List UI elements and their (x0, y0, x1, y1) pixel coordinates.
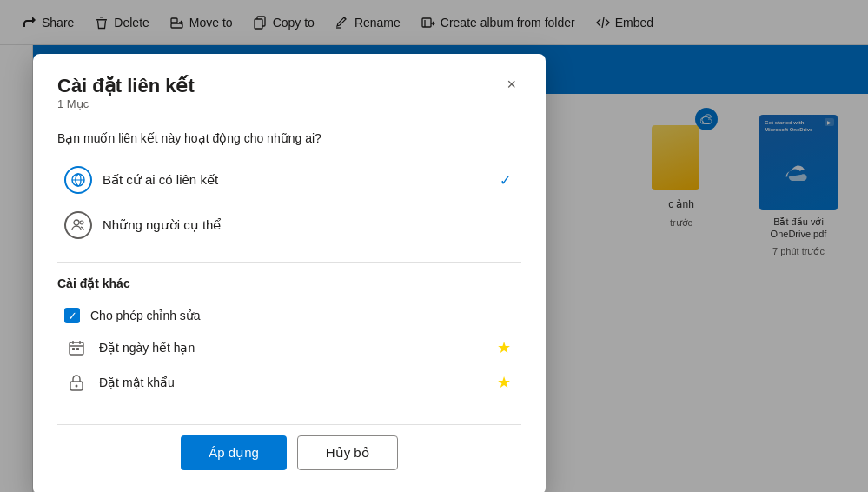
specific-people-option[interactable]: Những người cụ thể (57, 203, 521, 248)
dialog-close-button[interactable]: × (501, 75, 521, 94)
allow-editing-label: Cho phép chỉnh sửa (90, 309, 201, 322)
dialog-header: Cài đặt liên kết 1 Mục × (57, 75, 521, 128)
lock-icon (64, 374, 89, 391)
dialog-footer: Áp dụng Hủy bỏ (57, 424, 521, 470)
allow-editing-checkbox[interactable]: ✓ (64, 308, 80, 323)
specific-people-label: Những người cụ thể (103, 217, 221, 233)
anyone-option-label: Bất cứ ai có liên kết (103, 172, 218, 188)
other-settings-title: Cài đặt khác (57, 276, 521, 290)
cancel-button[interactable]: Hủy bỏ (297, 435, 398, 470)
expiry-star-icon: ★ (497, 338, 511, 357)
expiry-label: Đặt ngày hết hạn (99, 341, 195, 355)
password-star-icon: ★ (497, 373, 511, 392)
allow-editing-row[interactable]: ✓ Cho phép chỉnh sửa (57, 301, 521, 330)
calendar-icon (64, 339, 89, 356)
svg-point-9 (74, 220, 79, 225)
set-expiry-row[interactable]: Đặt ngày hết hạn ★ (57, 330, 521, 365)
svg-rect-13 (76, 348, 79, 350)
dialog-title: Cài đặt liên kết (57, 75, 195, 97)
password-label: Đặt mật khẩu (99, 376, 175, 389)
anyone-with-link-option[interactable]: Bất cứ ai có liên kết ✓ (57, 157, 521, 203)
selected-check-icon: ✓ (500, 172, 511, 189)
dialog-subtitle: 1 Mục (57, 97, 195, 110)
link-settings-dialog: Cài đặt liên kết 1 Mục × Bạn muốn liên k… (33, 54, 546, 492)
svg-point-10 (80, 221, 83, 224)
divider (57, 262, 521, 263)
people-icon (64, 211, 92, 239)
dialog-question: Bạn muốn liên kết này hoạt động cho nhữn… (57, 131, 521, 145)
svg-rect-12 (72, 348, 75, 350)
svg-point-15 (76, 385, 78, 388)
set-password-row[interactable]: Đặt mật khẩu ★ (57, 365, 521, 400)
globe-icon (64, 166, 92, 194)
apply-button[interactable]: Áp dụng (181, 435, 287, 470)
